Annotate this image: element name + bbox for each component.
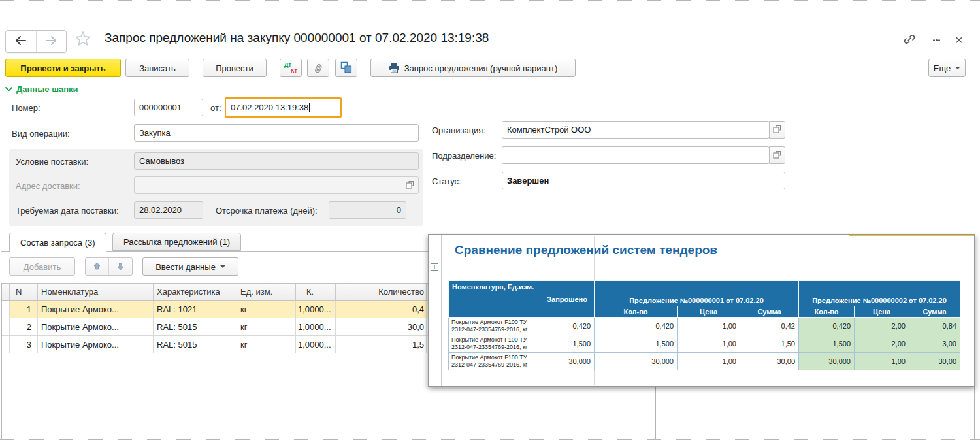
header-data-section-toggle[interactable]: Данные шапки [5,84,78,94]
bottom-crop-dashes [0,439,980,440]
tab-request-content[interactable]: Состав запроса (3) [9,233,106,252]
status-field[interactable]: Завершен [502,172,785,189]
tab-offer-mailing-label: Рассылка предложений (1) [123,237,230,247]
app-window: Запрос предложений на закупку 000000001 … [0,0,980,441]
kebab-menu-icon[interactable] [932,33,940,46]
cell-offer2-price: 2,00 [855,335,909,353]
post-button[interactable]: Провести [203,59,267,77]
print-request-label: Запрос предложения (ручной вариант) [404,63,557,73]
add-row-label: Добавить [24,262,61,272]
more-button[interactable]: Еще [928,59,966,77]
enter-data-button[interactable]: Ввести данные [142,257,238,276]
tab-offer-mailing[interactable]: Рассылка предложений (1) [112,233,241,251]
related-documents-button[interactable] [335,59,357,77]
cell-offer1-sum: 0,42 [740,318,799,335]
plus-expander-icon[interactable]: + [431,263,438,271]
cell-offer1-sum: 30,00 [740,353,799,370]
cell-offer2-sum: 0,84 [909,318,960,335]
add-row-button[interactable]: Добавить [9,257,75,276]
organization-open-button[interactable] [769,121,785,139]
col-nomenclature[interactable]: Номенклатура [38,284,154,300]
offer2-price-header: Цена [855,306,909,318]
save-button[interactable]: Записать [125,59,189,77]
arrow-up-icon [93,262,101,272]
attachments-button[interactable] [307,59,329,77]
col-n[interactable]: N [10,284,38,300]
link-icon [902,32,917,48]
cell-quantity: 1,5 [336,336,427,353]
row-marker [1,336,10,353]
window-edge-line [974,387,975,440]
print-request-button[interactable]: Запрос предложения (ручной вариант) [370,59,576,77]
history-nav [5,30,67,53]
col-requested: Запрошено [540,281,595,318]
cell-nomenclature: Покрытие Армоко... [38,336,154,353]
report-group-gutter: + [429,235,442,386]
offer1-sum-header: Сумма [740,306,799,318]
department-field[interactable] [502,146,770,164]
open-value-icon [773,150,781,161]
cell-k: 1,0000... [296,336,336,353]
cell-nomenclature: Покрытие Армокот F100 ТУ 2312-047-233547… [449,353,540,370]
move-up-button[interactable] [86,258,109,275]
col-k[interactable]: К. [296,284,336,300]
delivery-condition-label: Условие поставки: [16,157,88,167]
top-crop-dashes [0,0,980,1]
close-icon[interactable]: × [953,32,966,46]
payment-delay-field[interactable]: 0 [329,201,406,219]
forward-button[interactable] [37,31,67,52]
row-marker [1,318,10,335]
delivery-address-field[interactable] [134,176,419,194]
date-field[interactable]: 07.02.2020 13:19:38 [225,97,342,118]
offer2-qty-header: Кол-во [799,306,855,318]
enter-data-label: Ввести данные [155,262,216,272]
report-row: Покрытие Армокот F100 ТУ 2312-047-233547… [449,353,960,370]
col-unit[interactable]: Ед. изм. [237,284,296,300]
cell-k: 1,0000... [296,301,336,318]
required-date-label: Требуемая дата поставки: [16,206,119,216]
cell-offer2-price: 1,00 [855,353,909,370]
printer-icon [389,63,400,73]
table-left-border [1,283,2,440]
organization-field[interactable]: КомплектСтрой ООО [502,121,770,139]
report-title: Сравнение предложений систем тендеров [455,243,717,257]
delivery-address-label: Адрес доставки: [16,181,80,191]
cell-offer1-price: 1,00 [678,335,740,353]
cell-nomenclature: Покрытие Армоко... [38,301,154,318]
star-icon [74,40,92,50]
cell-requested: 0,420 [540,318,595,335]
post-label: Провести [216,63,253,73]
delivery-address-open-button[interactable] [402,176,418,194]
status-label: Статус: [432,176,461,186]
cell-n: 2 [10,318,38,335]
related-documents-icon [340,61,352,75]
number-field[interactable]: 000000001 [134,99,203,116]
report-row: Покрытие Армокот F100 ТУ 2312-047-233547… [449,335,960,353]
cell-offer1-qty: 1,500 [595,335,678,353]
paperclip-icon [312,61,325,75]
page-break-line [655,387,656,440]
cell-offer1-qty: 30,000 [595,353,678,370]
department-open-button[interactable] [769,146,785,164]
cell-requested: 30,000 [540,353,595,370]
window-edge-line [968,387,968,440]
favorite-button[interactable] [74,30,92,50]
delivery-condition-field[interactable]: Самовывоз [134,152,419,170]
report-row: Покрытие Армокот F100 ТУ 2312-047-233547… [449,318,960,335]
cell-offer1-price: 1,00 [678,353,740,370]
required-date-field[interactable]: 28.02.2020 [134,201,203,219]
page-break-dashed-line [659,387,659,440]
move-down-button[interactable] [109,258,132,275]
cell-nomenclature: Покрытие Армоко... [38,318,154,335]
page-break-line [662,387,662,440]
cell-requested: 1,500 [540,335,595,353]
operation-field[interactable]: Закупка [134,124,419,142]
col-quantity[interactable]: Количество [336,284,427,300]
col-characteristic[interactable]: Характеристика [154,284,237,300]
get-link-button[interactable] [902,33,917,47]
debit-credit-button[interactable]: ДтКт [280,59,302,77]
col-nomenclature-unit: Номенклатура, Ед.изм. [449,281,540,318]
post-and-close-button[interactable]: Провести и закрыть [5,59,121,77]
more-label: Еще [934,63,951,73]
back-button[interactable] [6,31,37,52]
